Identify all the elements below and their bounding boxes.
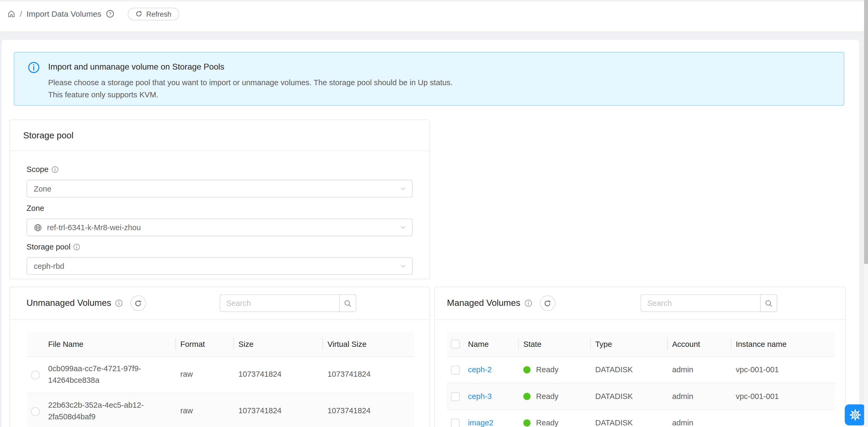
row-checkbox[interactable] [451, 392, 460, 401]
managed-volumes-header: Managed Volumes [435, 287, 845, 319]
account-cell: admin [668, 409, 731, 427]
column-header-type[interactable]: Type [591, 332, 668, 356]
unmanaged-volumes-table: File Name Format Size Virtual Size 0cb09… [27, 332, 414, 427]
state-label: Ready [536, 392, 558, 400]
ready-status-dot [523, 366, 530, 373]
unmanaged-volumes-title: Unmanaged Volumes [27, 298, 111, 308]
row-select-cell [447, 409, 464, 427]
row-select-cell [27, 393, 44, 427]
type-cell: DATADISK [591, 409, 668, 427]
managed-search-button[interactable] [760, 294, 777, 312]
chevron-down-icon [400, 224, 406, 231]
alert-title: Import and unmanage volume on Storage Po… [48, 61, 453, 73]
info-circle-icon [28, 61, 48, 105]
type-cell: DATADISK [591, 383, 668, 409]
table-row: image2ReadyDATADISKadmin [447, 409, 835, 427]
column-header-account[interactable]: Account [668, 332, 731, 356]
managed-volumes-table: Name State Type Account Instance name ce… [447, 332, 835, 427]
zone-select-value: ref-trl-6341-k-Mr8-wei-zhou [47, 223, 141, 232]
column-header-file-name[interactable]: File Name [44, 332, 176, 356]
managed-refresh-button[interactable] [540, 296, 555, 311]
file-name-cell: 22b63c2b-352a-4ec5-ab12-2fa508d4baf9 [44, 393, 176, 427]
unmanaged-refresh-button[interactable] [130, 296, 146, 311]
table-row: ceph-2ReadyDATADISKadminvpc-001-001 [447, 356, 835, 383]
field-label-text: Storage pool [27, 241, 70, 253]
scope-select-value: Zone [34, 184, 52, 193]
gear-icon [849, 409, 861, 421]
unmanaged-search-button[interactable] [339, 294, 356, 312]
size-cell: 1073741824 [234, 356, 323, 393]
info-circle-icon[interactable] [524, 299, 532, 307]
storage-pool-select[interactable]: ceph-rbd [27, 257, 413, 275]
state-label: Ready [536, 418, 558, 427]
alert-content: Import and unmanage volume on Storage Po… [48, 61, 453, 105]
select-all-checkbox[interactable] [451, 340, 460, 349]
name-cell: image2 [464, 409, 519, 427]
column-header-virtual-size[interactable]: Virtual Size [323, 332, 414, 356]
breadcrumb-current: Import Data Volumes [27, 9, 101, 18]
column-header-format[interactable]: Format [176, 332, 234, 356]
storage-pool-card-body: Scope Zone Zone [10, 151, 429, 284]
unmanaged-search-input[interactable] [220, 294, 339, 312]
column-header-name[interactable]: Name [464, 332, 519, 356]
column-header-size[interactable]: Size [234, 332, 323, 356]
column-header-instance-name[interactable]: Instance name [731, 332, 835, 356]
field-label-text: Zone [27, 202, 44, 214]
row-checkbox[interactable] [451, 419, 460, 427]
storage-pool-field-label: Storage pool [27, 241, 413, 253]
page-scrollbar-track[interactable] [864, 0, 868, 427]
ready-status-dot [523, 393, 530, 400]
row-radio[interactable] [31, 370, 40, 379]
storage-pool-select-value: ceph-rbd [34, 262, 65, 270]
managed-search-group [641, 294, 777, 312]
ready-status-dot [523, 419, 530, 426]
top-header-bar: / Import Data Volumes ? Refresh [0, 0, 868, 32]
row-select-cell [447, 356, 464, 383]
account-cell: admin [668, 356, 731, 383]
unmanaged-volumes-card: Unmanaged Volumes [9, 286, 430, 427]
file-name-cell: 0cb099aa-cc7e-4721-97f9-14264bce838a [44, 356, 176, 393]
home-icon[interactable] [7, 9, 16, 18]
row-select-cell [447, 383, 464, 409]
help-icon[interactable]: ? [106, 9, 115, 18]
storage-pool-card-header: Storage pool [10, 120, 429, 151]
info-circle-icon[interactable] [51, 165, 59, 173]
chevron-down-icon [400, 186, 406, 192]
scope-field-label: Scope [27, 163, 413, 175]
row-checkbox[interactable] [451, 365, 460, 374]
volume-name-link[interactable]: ceph-2 [468, 365, 492, 374]
virtual-size-cell: 1073741824 [323, 356, 414, 393]
settings-fab-button[interactable] [845, 404, 866, 425]
managed-volumes-card: Managed Volumes [434, 286, 846, 427]
volume-name-link[interactable]: image2 [468, 418, 493, 427]
virtual-size-cell: 1073741824 [323, 393, 414, 427]
page: / Import Data Volumes ? Refresh [0, 0, 868, 427]
info-circle-icon[interactable] [73, 243, 81, 250]
select-all-column-header [447, 332, 464, 356]
table-row: 22b63c2b-352a-4ec5-ab12-2fa508d4baf9raw1… [27, 393, 414, 427]
volume-name-link[interactable]: ceph-3 [468, 392, 492, 400]
refresh-button-label: Refresh [146, 10, 172, 18]
info-circle-icon[interactable] [115, 299, 123, 307]
status-badge: Ready [523, 409, 586, 427]
account-cell: admin [668, 383, 731, 409]
alert-description-line: This feature only supports KVM. [48, 89, 453, 101]
type-cell: DATADISK [591, 356, 668, 383]
scope-select[interactable]: Zone [27, 180, 413, 197]
managed-search-input[interactable] [641, 294, 760, 312]
svg-text:?: ? [109, 11, 112, 16]
instance-name-cell [731, 409, 835, 427]
page-scrollbar-thumb[interactable] [864, 0, 868, 264]
status-badge: Ready [523, 357, 586, 383]
unmanaged-search-group [220, 294, 356, 312]
row-select-cell [27, 356, 44, 393]
instance-name-cell: vpc-001-001 [731, 356, 835, 383]
unmanaged-volumes-header: Unmanaged Volumes [10, 287, 429, 319]
unmanaged-table-header-row: File Name Format Size Virtual Size [27, 332, 414, 356]
state-cell-td: Ready [519, 356, 591, 383]
row-radio[interactable] [31, 407, 40, 416]
zone-select[interactable]: ref-trl-6341-k-Mr8-wei-zhou [27, 218, 413, 236]
instance-name-cell: vpc-001-001 [731, 383, 835, 409]
column-header-state[interactable]: State [519, 332, 591, 356]
refresh-button[interactable]: Refresh [128, 7, 179, 20]
